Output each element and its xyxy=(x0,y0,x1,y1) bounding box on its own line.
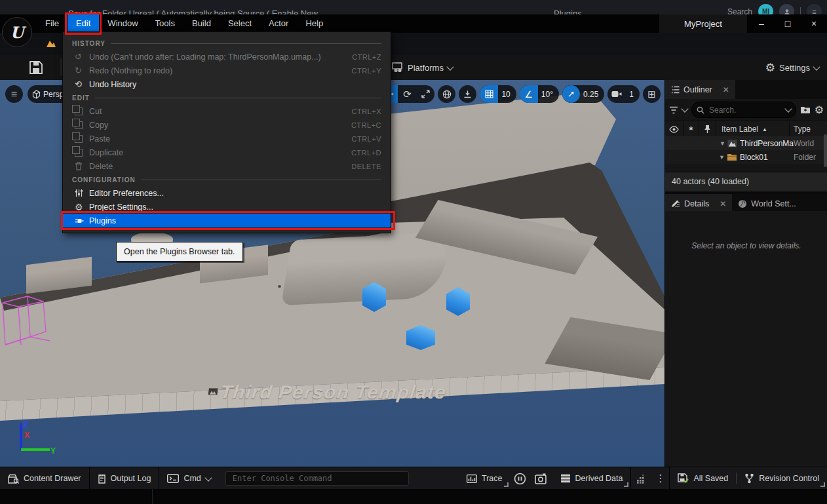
menu-select[interactable]: Select xyxy=(220,14,260,33)
scale-icon xyxy=(421,90,430,98)
menu-item-redo[interactable]: ↻ Redo (Nothing to redo) CTRL+Y xyxy=(63,64,391,77)
cmd-icon xyxy=(167,474,179,483)
menu-item-label: Undo History xyxy=(89,80,381,89)
rotation-snap-control[interactable]: ∠ 10° xyxy=(520,85,559,103)
resource-usage-button[interactable] xyxy=(631,467,651,490)
menu-item-label: Cut xyxy=(89,107,352,116)
clipped-browser-text-2: Plugins xyxy=(554,9,582,14)
menu-item-undo[interactable]: ↺ Undo (Can't undo after: Loading map: T… xyxy=(63,50,391,64)
derived-data-button[interactable]: Derived Data xyxy=(552,467,631,490)
scale-snap-control[interactable]: ↗ 0.25 xyxy=(562,85,604,103)
filter-chevron-icon[interactable] xyxy=(681,105,688,112)
trace-label: Trace xyxy=(482,474,503,483)
viewport-options-button[interactable]: ≡ xyxy=(5,85,23,103)
scene-title-text: Third Person Template xyxy=(207,382,447,403)
outliner-search[interactable] xyxy=(691,102,796,118)
camera-icon xyxy=(607,85,626,103)
outliner-tab-label: Outliner xyxy=(683,85,712,94)
derived-data-label: Derived Data xyxy=(575,474,623,483)
unreal-logo[interactable]: U xyxy=(2,17,32,47)
output-log-label: Output Log xyxy=(111,474,151,483)
trace-button[interactable]: Trace xyxy=(459,467,510,490)
menu-build[interactable]: Build xyxy=(183,14,220,33)
maximize-button[interactable]: □ xyxy=(775,14,801,33)
screenshot-button[interactable] xyxy=(529,467,552,490)
visibility-column-header[interactable] xyxy=(665,121,683,137)
all-saved-icon xyxy=(678,473,689,484)
row-label: Block01 xyxy=(740,153,794,162)
save-button[interactable] xyxy=(29,60,43,75)
scale-tool-button[interactable] xyxy=(416,85,434,103)
search-options-chevron-icon[interactable] xyxy=(784,105,792,112)
content-drawer-button[interactable]: Content Drawer xyxy=(0,467,89,490)
divider xyxy=(152,489,153,504)
menu-tools[interactable]: Tools xyxy=(147,14,183,33)
table-row[interactable]: ▼ ThirdPersonMap World xyxy=(665,136,827,150)
menu-actor[interactable]: Actor xyxy=(260,14,297,33)
menu-file[interactable]: File xyxy=(37,14,67,33)
console-command-field[interactable] xyxy=(225,471,409,486)
all-saved-button[interactable]: All Saved xyxy=(670,467,736,490)
chevron-down-icon[interactable]: ▼ xyxy=(719,154,725,161)
menu-item-label: Copy xyxy=(89,121,351,130)
outliner-search-input[interactable] xyxy=(708,105,782,115)
menu-item-label: Delete xyxy=(89,162,351,171)
menu-item-copy[interactable]: Copy CTRL+C xyxy=(63,118,391,132)
settings-label: Settings xyxy=(779,63,810,73)
menu-item-plugins[interactable]: Plugins xyxy=(63,214,391,227)
table-row[interactable]: ▼ Block01 Folder xyxy=(665,150,827,164)
close-icon[interactable]: ✕ xyxy=(723,85,729,94)
viewport-transform-toolbar: ⟳ 10 ∠ 10° ↗ 0 xyxy=(361,85,661,103)
menu-item-cut[interactable]: Cut CTRL+X xyxy=(63,104,391,118)
outliner-scrollbar[interactable] xyxy=(824,134,827,167)
filter-icon[interactable] xyxy=(669,106,678,114)
menu-edit[interactable]: Edit xyxy=(67,14,99,33)
viewport-layout-button[interactable]: ⊞ xyxy=(643,85,661,103)
menu-item-duplicate[interactable]: Duplicate CTRL+D xyxy=(63,145,391,159)
output-log-button[interactable]: Output Log xyxy=(90,467,159,490)
settings-button[interactable]: ⚙ Settings xyxy=(765,55,819,80)
close-button[interactable]: × xyxy=(801,14,827,33)
browser-menu-icon[interactable]: ≡ xyxy=(807,4,822,14)
kebab-menu-icon[interactable]: ⋮ xyxy=(651,467,669,490)
outliner-settings-gear-icon[interactable]: ⚙ xyxy=(815,104,824,116)
undo-icon: ↺ xyxy=(75,52,89,62)
platforms-button[interactable]: Platforms xyxy=(392,55,453,80)
world-icon xyxy=(727,140,737,147)
cmd-dropdown[interactable]: Cmd xyxy=(159,467,218,490)
avatar[interactable]: MI xyxy=(758,4,773,14)
insights-button[interactable] xyxy=(510,467,529,490)
menu-item-editor-preferences[interactable]: Editor Preferences... xyxy=(63,186,391,200)
menu-window[interactable]: Window xyxy=(99,14,146,33)
chevron-down-icon[interactable]: ▼ xyxy=(720,140,725,147)
menu-item-project-settings[interactable]: ⚙ Project Settings... xyxy=(63,200,391,214)
grid-snap-control[interactable]: 10 xyxy=(480,85,516,103)
camera-speed-control[interactable]: 1 xyxy=(607,85,640,103)
revision-control-button[interactable]: Revision Control xyxy=(737,467,827,490)
menu-item-label: Editor Preferences... xyxy=(89,189,381,198)
platforms-icon xyxy=(392,62,404,73)
rotate-tool-button[interactable]: ⟳ xyxy=(398,85,416,103)
close-icon[interactable]: ✕ xyxy=(720,199,726,208)
menu-item-delete[interactable]: Delete DELETE xyxy=(63,159,391,173)
type-column-header[interactable]: Type xyxy=(790,121,827,137)
tab-details[interactable]: Details ✕ xyxy=(665,194,732,213)
minimize-button[interactable]: – xyxy=(748,14,775,33)
menu-help[interactable]: Help xyxy=(297,14,332,33)
copy-icon xyxy=(75,121,89,129)
menu-section-header: CONFIGURATION xyxy=(63,173,391,186)
console-command-input[interactable] xyxy=(231,473,403,484)
world-local-toggle[interactable] xyxy=(438,85,455,103)
outliner-icon xyxy=(671,86,680,94)
pin-column-header[interactable] xyxy=(699,121,716,137)
surface-snapping-button[interactable] xyxy=(459,85,476,103)
tab-outliner[interactable]: Outliner ✕ xyxy=(665,80,735,99)
menu-section-header: HISTORY xyxy=(63,37,391,50)
menu-item-paste[interactable]: Paste CTRL+V xyxy=(63,132,391,145)
add-folder-icon[interactable] xyxy=(800,106,811,114)
avatar-secondary[interactable] xyxy=(779,4,794,14)
menu-item-undo-history[interactable]: ⟲ Undo History xyxy=(63,77,391,91)
tab-world-settings[interactable]: World Sett... xyxy=(732,194,802,213)
star-column-header[interactable]: * xyxy=(683,121,699,137)
item-label-column-header[interactable]: Item Label ▲ xyxy=(716,121,790,137)
